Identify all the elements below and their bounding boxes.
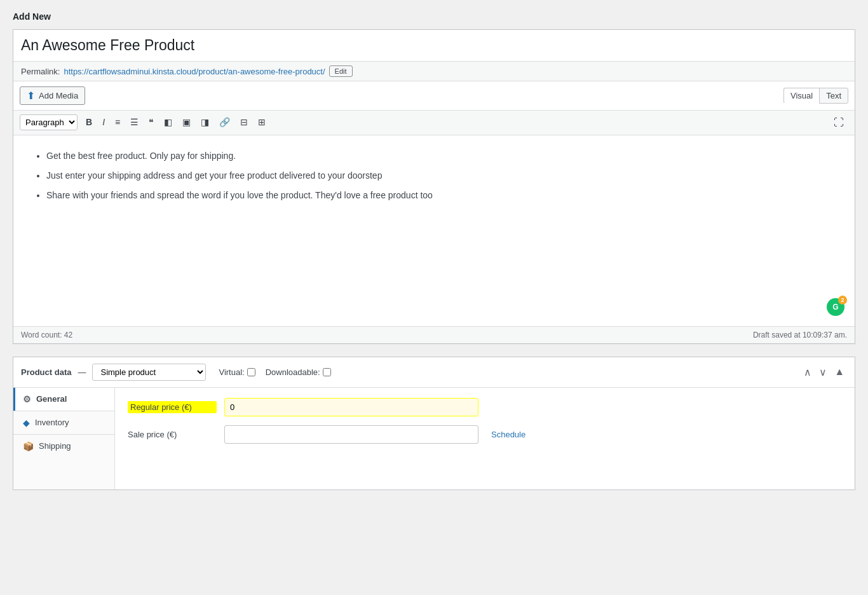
permalink-url[interactable]: https://cartflowsadminui.kinsta.cloud/pr… <box>64 67 325 76</box>
regular-price-label: Regular price (€) <box>128 401 217 413</box>
general-icon: ⚙ <box>23 394 31 404</box>
draft-saved-status: Draft saved at 10:09:37 am. <box>753 331 847 339</box>
tab-text[interactable]: Text <box>819 88 848 104</box>
editor-content-area[interactable]: Get the best free product. Only pay for … <box>13 135 855 326</box>
paragraph-format-select[interactable]: Paragraph <box>20 114 78 130</box>
align-center-button[interactable]: ▣ <box>178 114 195 132</box>
grid-button[interactable]: ⊞ <box>254 114 270 132</box>
italic-button[interactable]: I <box>98 114 109 132</box>
unordered-list-button[interactable]: ≡ <box>111 114 125 132</box>
sidebar-item-general[interactable]: ⚙ General <box>13 388 114 411</box>
sidebar-item-inventory[interactable]: ◆ Inventory <box>13 411 114 434</box>
collapse-button[interactable]: ∧ <box>801 365 814 380</box>
downloadable-checkbox[interactable] <box>323 368 331 376</box>
sidebar-item-shipping[interactable]: 📦 Shipping <box>13 435 114 458</box>
fullscreen-button[interactable]: ⛶ <box>829 114 848 131</box>
add-media-button[interactable]: ⬆ Add Media <box>20 86 85 105</box>
regular-price-input[interactable] <box>224 398 478 416</box>
sale-price-label: Sale price (€) <box>128 430 217 439</box>
product-data-dash: — <box>78 367 86 377</box>
arrow-up-button[interactable]: ▲ <box>832 365 847 380</box>
word-count: Word count: 42 <box>21 331 72 339</box>
downloadable-label: Downloadable: <box>266 367 331 377</box>
product-data-title: Product data <box>21 367 71 377</box>
regular-price-row: Regular price (€) <box>128 398 842 416</box>
grammarly-count: 2 <box>838 296 847 304</box>
sale-price-input[interactable] <box>224 425 478 444</box>
schedule-link[interactable]: Schedule <box>491 430 526 439</box>
bold-button[interactable]: B <box>81 114 97 132</box>
bullet-item-1: Get the best free product. Only pay for … <box>46 148 839 164</box>
virtual-label: Virtual: <box>219 367 255 377</box>
bullet-item-2: Just enter your shipping address and get… <box>46 168 839 184</box>
table-button[interactable]: ⊟ <box>236 114 252 132</box>
align-right-button[interactable]: ◨ <box>196 114 214 132</box>
blockquote-button[interactable]: ❝ <box>144 114 158 132</box>
virtual-checkbox[interactable] <box>247 368 255 376</box>
tab-visual[interactable]: Visual <box>783 88 819 104</box>
add-media-icon: ⬆ <box>27 90 35 102</box>
page-title: Add New <box>13 11 51 22</box>
expand-button[interactable]: ∨ <box>817 365 829 380</box>
align-left-button[interactable]: ◧ <box>159 114 177 132</box>
sale-price-row: Sale price (€) Schedule <box>128 425 842 444</box>
permalink-edit-button[interactable]: Edit <box>329 65 353 77</box>
shipping-icon: 📦 <box>23 441 34 451</box>
grammarly-badge[interactable]: G 2 <box>827 298 844 316</box>
product-type-select[interactable]: Simple product Grouped product External/… <box>92 364 206 381</box>
link-button[interactable]: 🔗 <box>215 114 234 132</box>
post-title-input[interactable]: An Awesome Free Product <box>13 30 855 62</box>
ordered-list-button[interactable]: ☰ <box>126 114 143 132</box>
bullet-item-3: Share with your friends and spread the w… <box>46 188 839 203</box>
permalink-label: Permalink: <box>21 67 60 76</box>
product-data-content: Regular price (€) Sale price (€) Schedul… <box>115 388 855 489</box>
inventory-icon: ◆ <box>23 418 30 428</box>
